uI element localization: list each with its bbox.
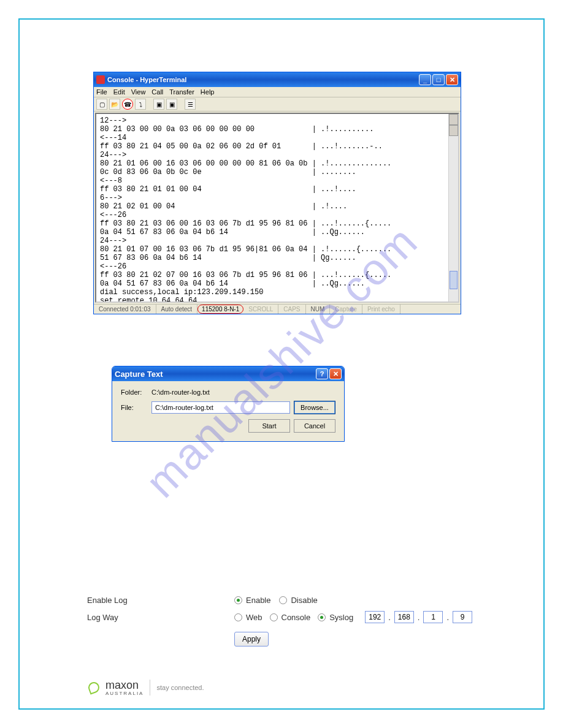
- status-connected: Connected 0:01:03: [94, 305, 156, 314]
- ip-octet-1[interactable]: [365, 611, 385, 623]
- ip-dot: .: [446, 613, 450, 622]
- menubar: File Edit View Call Transfer Help: [94, 87, 461, 97]
- titlebar[interactable]: Console - HyperTerminal _ □ ✕: [94, 72, 461, 87]
- close-button[interactable]: ✕: [329, 368, 342, 379]
- dialog-title: Capture Text: [115, 370, 163, 379]
- menu-help[interactable]: Help: [201, 88, 215, 96]
- disable-radio[interactable]: [279, 596, 287, 604]
- browse-button[interactable]: Browse...: [294, 401, 335, 414]
- folder-value: C:\dm-router-log.txt: [151, 389, 335, 396]
- log-settings-form: Enable Log Enable Disable Log Way Web Co…: [87, 596, 492, 653]
- disable-text: Disable: [291, 596, 317, 605]
- app-icon: [96, 75, 105, 84]
- statusbar: Connected 0:01:03 Auto detect 115200 8-N…: [94, 304, 461, 314]
- brand-sub: AUSTRALIA: [105, 691, 144, 696]
- menu-call[interactable]: Call: [151, 88, 163, 96]
- dialog-titlebar[interactable]: Capture Text ? ✕: [112, 366, 344, 381]
- status-caps: CAPS: [278, 305, 305, 314]
- new-icon[interactable]: ▢: [96, 99, 107, 110]
- status-num: NUM: [306, 305, 331, 314]
- file-input[interactable]: [151, 401, 290, 414]
- ip-octet-4[interactable]: [453, 611, 472, 623]
- window-title: Console - HyperTerminal: [107, 76, 186, 83]
- receive-icon[interactable]: ▣: [166, 99, 177, 110]
- status-scroll: SCROLL: [243, 305, 278, 314]
- tagline: stay connected.: [156, 684, 204, 691]
- open-icon[interactable]: 📂: [109, 99, 120, 110]
- console-radio[interactable]: [270, 613, 278, 621]
- close-button[interactable]: ✕: [446, 74, 458, 85]
- web-text: Web: [246, 613, 262, 622]
- logo-icon: [86, 680, 101, 694]
- ip-octet-3[interactable]: [423, 611, 443, 623]
- cancel-button[interactable]: Cancel: [294, 419, 335, 433]
- help-button[interactable]: ?: [316, 368, 328, 379]
- apply-button[interactable]: Apply: [234, 632, 269, 646]
- menu-edit[interactable]: Edit: [113, 88, 125, 96]
- status-capture: Capture: [330, 305, 362, 314]
- menu-transfer[interactable]: Transfer: [169, 88, 194, 96]
- footer: maxon AUSTRALIA stay connected.: [88, 679, 204, 696]
- enable-text: Enable: [246, 596, 270, 605]
- footer-divider: [150, 680, 150, 696]
- page-frame: manualshive.com Console - HyperTerminal …: [18, 18, 545, 710]
- menu-file[interactable]: File: [96, 88, 107, 96]
- status-params: 115200 8-N-1: [197, 305, 243, 314]
- properties-icon[interactable]: ☰: [185, 99, 196, 110]
- ip-octet-2[interactable]: [394, 611, 414, 623]
- ip-dot: .: [388, 613, 391, 622]
- file-label: File:: [121, 404, 151, 411]
- syslog-text: Syslog: [329, 613, 353, 622]
- minimize-button[interactable]: _: [419, 74, 431, 85]
- connect-icon[interactable]: ☎: [122, 99, 133, 110]
- scrollbar[interactable]: [448, 114, 458, 301]
- enable-log-label: Enable Log: [87, 596, 234, 605]
- hyperterminal-window: Console - HyperTerminal _ □ ✕ File Edit …: [93, 72, 461, 314]
- menu-view[interactable]: View: [131, 88, 146, 96]
- enable-radio[interactable]: [234, 596, 242, 604]
- disconnect-icon[interactable]: ⤵: [135, 99, 146, 110]
- brand-name: maxon: [105, 679, 144, 692]
- toolbar: ▢ 📂 ☎ ⤵ ▣ ▣ ☰: [94, 97, 461, 112]
- log-way-label: Log Way: [87, 613, 234, 622]
- status-autodetect: Auto detect: [156, 305, 198, 314]
- syslog-radio[interactable]: [318, 613, 326, 621]
- web-radio[interactable]: [234, 613, 242, 621]
- status-printecho: Print echo: [362, 305, 400, 314]
- folder-label: Folder:: [121, 389, 151, 396]
- ip-dot: .: [417, 613, 421, 622]
- terminal-output[interactable]: 12---> 80 21 03 00 00 0a 03 06 00 00 00 …: [95, 113, 459, 303]
- maximize-button[interactable]: □: [432, 74, 445, 85]
- console-text: Console: [282, 613, 311, 622]
- capture-text-dialog: Capture Text ? ✕ Folder: C:\dm-router-lo…: [112, 366, 345, 442]
- send-icon[interactable]: ▣: [153, 99, 164, 110]
- start-button[interactable]: Start: [248, 419, 290, 433]
- terminal-text: 12---> 80 21 03 00 00 0a 03 06 00 00 00 …: [100, 116, 391, 303]
